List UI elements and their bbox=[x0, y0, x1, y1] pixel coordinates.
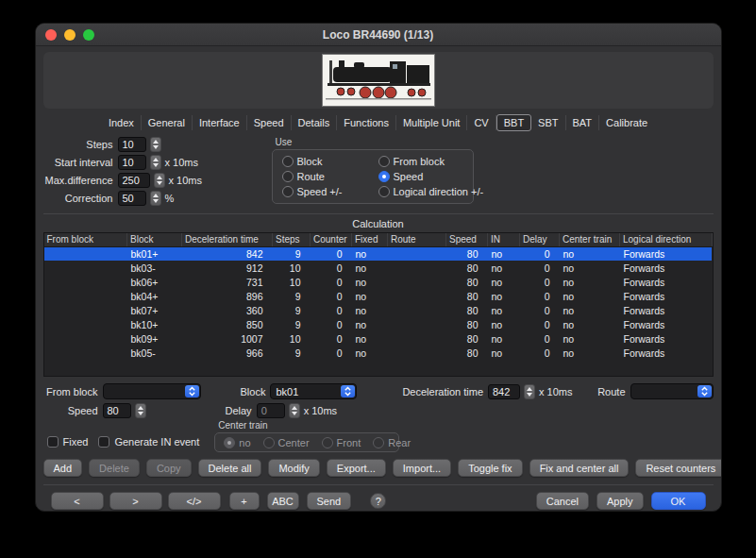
table-cell[interactable]: no bbox=[352, 246, 388, 261]
table-cell[interactable] bbox=[388, 317, 446, 331]
max-difference-field[interactable]: 250 bbox=[118, 173, 150, 188]
export-button[interactable]: Export... bbox=[327, 459, 386, 477]
steps-field[interactable]: 10 bbox=[118, 137, 146, 152]
table-cell[interactable]: 0 bbox=[311, 275, 352, 289]
toggle-fix-button[interactable]: Toggle fix bbox=[458, 459, 522, 477]
table-cell[interactable]: 10 bbox=[273, 331, 311, 346]
radio-center-train-front[interactable]: Front bbox=[322, 437, 361, 448]
table-cell[interactable]: 0 bbox=[311, 261, 352, 275]
tab-multiple-unit[interactable]: Multiple Unit bbox=[396, 115, 468, 130]
help-button[interactable]: ? bbox=[370, 493, 386, 509]
send-button[interactable]: Send bbox=[307, 492, 352, 510]
block-combo[interactable]: bk01 bbox=[270, 383, 357, 399]
table-cell[interactable]: 80 bbox=[446, 346, 488, 360]
radio-center-train-center[interactable]: Center bbox=[263, 437, 310, 448]
radio-use-from-block[interactable]: From block bbox=[378, 156, 484, 167]
table-cell[interactable]: 0 bbox=[311, 346, 352, 360]
table-cell[interactable]: 80 bbox=[446, 303, 488, 317]
table-cell[interactable]: no bbox=[352, 261, 388, 275]
table-cell[interactable] bbox=[44, 303, 127, 317]
table-cell[interactable]: no bbox=[352, 317, 388, 331]
chevron-down-icon[interactable] bbox=[697, 385, 712, 397]
tab-cv[interactable]: CV bbox=[467, 115, 496, 130]
table-cell[interactable] bbox=[388, 246, 446, 261]
table-cell[interactable]: Forwards bbox=[620, 246, 713, 261]
table-cell[interactable] bbox=[388, 331, 446, 346]
table-cell[interactable]: 80 bbox=[446, 275, 488, 289]
table-cell[interactable]: no bbox=[560, 275, 620, 289]
table-cell[interactable]: 0 bbox=[520, 261, 560, 275]
table-row[interactable]: bk07+36090no80no0noForwards bbox=[44, 303, 713, 317]
table-cell[interactable]: 0 bbox=[520, 303, 560, 317]
table-cell[interactable]: no bbox=[352, 303, 388, 317]
column-header[interactable]: IN bbox=[488, 233, 520, 246]
table-cell[interactable]: Forwards bbox=[620, 346, 713, 360]
table-cell[interactable] bbox=[44, 331, 127, 346]
stepper-icon[interactable] bbox=[524, 384, 535, 399]
stepper-icon[interactable] bbox=[150, 137, 161, 152]
abc-button[interactable]: ABC bbox=[267, 492, 299, 510]
column-header[interactable]: Block bbox=[127, 233, 182, 246]
next-button[interactable]: > bbox=[109, 492, 162, 510]
table-cell[interactable]: no bbox=[488, 246, 520, 261]
tab-speed[interactable]: Speed bbox=[247, 115, 292, 130]
import-button[interactable]: Import... bbox=[393, 459, 451, 477]
tab-general[interactable]: General bbox=[142, 115, 193, 130]
column-header[interactable]: Route bbox=[388, 233, 446, 246]
table-cell[interactable]: 842 bbox=[182, 246, 273, 261]
cancel-button[interactable]: Cancel bbox=[536, 492, 589, 510]
table-cell[interactable]: bk09+ bbox=[127, 331, 182, 346]
column-header[interactable]: Delay bbox=[520, 233, 560, 246]
stepper-icon[interactable] bbox=[135, 403, 146, 418]
table-cell[interactable] bbox=[44, 346, 127, 360]
table-cell[interactable]: bk05- bbox=[127, 346, 182, 360]
table-cell[interactable]: 0 bbox=[311, 317, 352, 331]
stepper-icon[interactable] bbox=[150, 155, 161, 170]
chevron-down-icon[interactable] bbox=[341, 385, 355, 397]
column-header[interactable]: Steps bbox=[273, 233, 311, 246]
table-cell[interactable]: Forwards bbox=[620, 331, 713, 346]
table-row[interactable]: bk03-912100no80no0noForwards bbox=[44, 261, 713, 275]
table-cell[interactable]: 912 bbox=[182, 261, 273, 275]
ok-button[interactable]: OK bbox=[651, 492, 706, 510]
stepper-icon[interactable] bbox=[150, 191, 161, 206]
fix-and-center-all-button[interactable]: Fix and center all bbox=[529, 459, 630, 477]
table-cell[interactable]: 10 bbox=[273, 261, 311, 275]
table-cell[interactable]: 80 bbox=[446, 331, 488, 346]
stepper-icon[interactable] bbox=[289, 403, 300, 418]
correction-field[interactable]: 50 bbox=[118, 191, 146, 206]
table-cell[interactable]: 0 bbox=[520, 275, 560, 289]
table-cell[interactable]: 9 bbox=[273, 289, 311, 303]
speed-field[interactable]: 80 bbox=[103, 403, 131, 418]
delete-button[interactable]: Delete bbox=[89, 459, 140, 477]
table-cell[interactable]: bk06+ bbox=[127, 275, 182, 289]
table-cell[interactable]: 0 bbox=[311, 289, 352, 303]
start-interval-field[interactable]: 10 bbox=[118, 155, 146, 170]
radio-use-speed[interactable]: Speed bbox=[378, 171, 484, 182]
tab-interface[interactable]: Interface bbox=[193, 115, 247, 130]
close-button[interactable] bbox=[45, 29, 57, 41]
table-cell[interactable]: 0 bbox=[311, 331, 352, 346]
table-cell[interactable]: Forwards bbox=[620, 317, 713, 331]
zoom-button[interactable] bbox=[83, 29, 94, 41]
table-cell[interactable]: bk03- bbox=[127, 261, 182, 275]
column-header[interactable]: From block bbox=[44, 233, 127, 246]
apply-button[interactable]: Apply bbox=[596, 492, 644, 510]
table-cell[interactable] bbox=[44, 246, 127, 261]
table-cell[interactable]: Forwards bbox=[620, 289, 713, 303]
table-cell[interactable]: no bbox=[488, 261, 520, 275]
column-header[interactable]: Counter bbox=[311, 233, 352, 246]
table-cell[interactable]: no bbox=[488, 275, 520, 289]
route-combo[interactable] bbox=[630, 383, 714, 399]
column-header[interactable]: Deceleration time bbox=[182, 233, 273, 246]
table-cell[interactable]: no bbox=[560, 331, 620, 346]
table-cell[interactable]: no bbox=[560, 261, 620, 275]
table-cell[interactable]: no bbox=[488, 289, 520, 303]
table-row[interactable]: bk01+84290no80no0noForwards bbox=[44, 246, 713, 261]
reset-counters-button[interactable]: Reset counters bbox=[635, 459, 721, 477]
column-header[interactable]: Fixed bbox=[352, 233, 388, 246]
column-header[interactable]: Logical direction bbox=[620, 233, 713, 246]
new-loco-button[interactable]: + bbox=[229, 492, 260, 510]
table-cell[interactable]: 80 bbox=[446, 289, 488, 303]
table-cell[interactable] bbox=[44, 275, 127, 289]
